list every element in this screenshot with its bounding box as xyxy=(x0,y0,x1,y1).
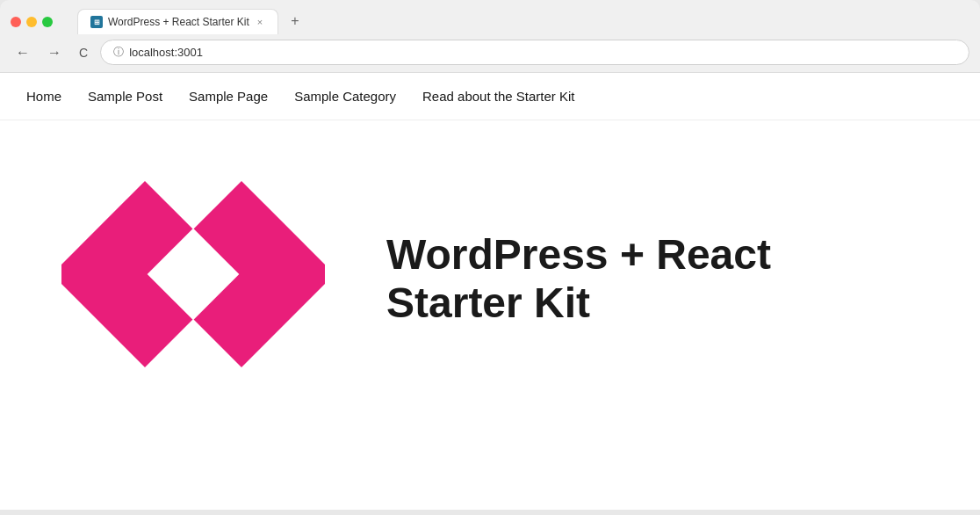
url-text: localhost:3001 xyxy=(129,46,203,59)
close-button[interactable] xyxy=(11,17,21,27)
title-bar: ⊞ WordPress + React Starter Kit × + xyxy=(0,0,980,34)
nav-sample-post[interactable]: Sample Post xyxy=(88,89,162,104)
nav-sample-category[interactable]: Sample Category xyxy=(294,89,396,104)
hero-text: WordPress + React Starter Kit xyxy=(386,230,927,327)
logo-container xyxy=(53,156,334,402)
refresh-button[interactable]: C xyxy=(74,44,93,62)
hero-title-line2: Starter Kit xyxy=(386,279,590,326)
minimize-button[interactable] xyxy=(26,17,37,27)
hero-title: WordPress + React Starter Kit xyxy=(386,230,927,327)
browser-chrome: ⊞ WordPress + React Starter Kit × + ← → … xyxy=(0,0,980,72)
tab-bar: ⊞ WordPress + React Starter Kit × + xyxy=(67,9,315,34)
nav-home[interactable]: Home xyxy=(26,89,61,104)
tab-close-button[interactable]: × xyxy=(255,16,265,28)
back-button[interactable]: ← xyxy=(11,43,35,62)
active-tab[interactable]: ⊞ WordPress + React Starter Kit × xyxy=(77,9,278,34)
hero-section: WordPress + React Starter Kit xyxy=(0,120,980,437)
wp-react-logo xyxy=(61,164,325,393)
security-icon: ⓘ xyxy=(113,45,124,60)
maximize-button[interactable] xyxy=(42,17,53,27)
window-controls xyxy=(11,17,53,27)
site-nav: Home Sample Post Sample Page Sample Cate… xyxy=(0,73,980,120)
browser-content: Home Sample Post Sample Page Sample Cate… xyxy=(0,72,980,510)
address-bar[interactable]: ⓘ localhost:3001 xyxy=(100,40,969,65)
hero-title-line1: WordPress + React xyxy=(386,231,771,278)
tab-favicon: ⊞ xyxy=(90,16,103,28)
address-bar-row: ← → C ⓘ localhost:3001 xyxy=(0,34,980,72)
forward-button[interactable]: → xyxy=(42,43,67,62)
nav-read-starter-kit[interactable]: Read about the Starter Kit xyxy=(422,89,574,104)
nav-sample-page[interactable]: Sample Page xyxy=(189,89,268,104)
new-tab-button[interactable]: + xyxy=(285,11,304,31)
tab-title: WordPress + React Starter Kit xyxy=(108,16,249,28)
